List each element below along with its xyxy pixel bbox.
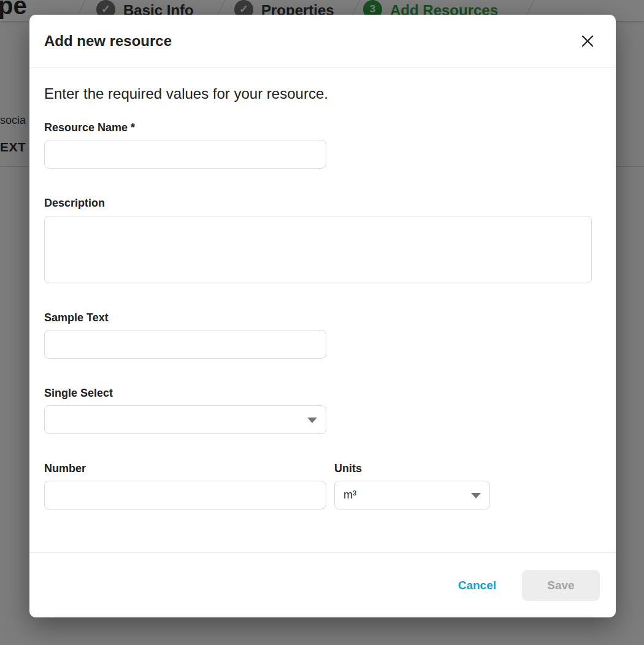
sample-text-input[interactable] [44,330,326,359]
dialog-footer: Cancel Save [29,552,616,617]
dialog-intro-text: Enter the required values for your resou… [44,85,601,103]
close-x-glyph [580,34,595,48]
add-resource-dialog: Add new resource Enter the required valu… [29,15,616,617]
description-textarea[interactable] [44,216,592,283]
number-label: Number [44,462,326,475]
dialog-title: Add new resource [44,32,172,50]
dialog-body: Enter the required values for your resou… [29,85,616,510]
sample-text-label: Sample Text [44,311,601,324]
chevron-down-icon [471,493,481,498]
close-icon[interactable] [579,32,596,50]
number-input[interactable] [44,481,326,510]
units-label: Units [334,462,490,475]
units-value: m³ [343,489,356,502]
cancel-button[interactable]: Cancel [458,579,496,592]
resource-name-input[interactable] [44,140,326,169]
units-dropdown[interactable]: m³ [334,481,490,510]
description-label: Description [44,197,601,210]
dialog-header: Add new resource [29,15,616,67]
number-units-row: Number Units m³ [44,434,601,510]
chevron-down-icon [307,418,317,423]
number-field-group: Number [44,434,326,510]
units-field-group: Units m³ [334,434,490,510]
single-select-label: Single Select [44,387,601,400]
single-select-dropdown[interactable] [44,405,326,434]
resource-name-label: Resource Name * [44,121,601,134]
save-button[interactable]: Save [522,570,600,601]
